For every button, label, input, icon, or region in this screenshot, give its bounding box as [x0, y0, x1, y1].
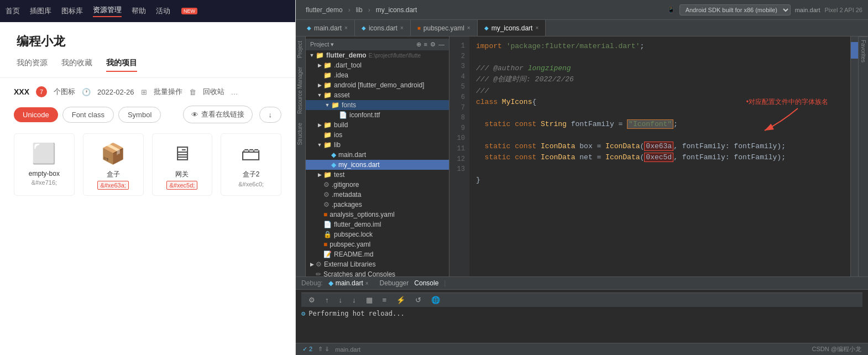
tree-ios[interactable]: 📁 ios — [306, 130, 449, 140]
tree-external-libraries[interactable]: ▶ ⚙ External Libraries — [306, 259, 449, 269]
close-tree-icon[interactable]: — — [438, 41, 445, 48]
watermark-text: CSDN @编程小龙 — [812, 345, 861, 353]
tab-icons-dart[interactable]: ◆ icons.dart × — [355, 20, 411, 36]
tree-build[interactable]: ▶ 📁 build — [306, 120, 449, 130]
tree-metadata[interactable]: ⚙ .metadata — [306, 190, 449, 200]
root-folder-icon: 📁 — [316, 51, 324, 59]
nav-resource[interactable]: 资源管理 — [93, 5, 122, 17]
btn-symbol[interactable]: Symbol — [118, 107, 161, 123]
bottom-tab-main-dart[interactable]: ◆ main.dart × — [328, 279, 369, 287]
tree-pubspec-lock[interactable]: 🔒 pubspec.lock — [306, 229, 449, 239]
bottom-tab-console[interactable]: Console — [414, 279, 438, 287]
icon-card-box2[interactable]: 🗃 盒子2 &#xe6c0; — [221, 133, 281, 196]
debug-lines-btn[interactable]: ≡ — [380, 295, 390, 305]
code-editor: •对应配置文件中的字体族名 12345678910111213 import '… — [449, 36, 850, 276]
btn-view-online[interactable]: 👁 查看在线链接 — [183, 106, 253, 123]
android-label: android [flutter_demo_android] — [334, 81, 424, 89]
idea-icon: 📁 — [323, 71, 332, 79]
tree-gitignore[interactable]: ⚙ .gitignore — [306, 180, 449, 190]
collapse-icon[interactable]: ≡ — [424, 41, 427, 48]
tree-iconfont[interactable]: 📄 iconfont.ttf — [306, 110, 449, 120]
user-section: 编程小龙 我的资源 我的收藏 我的项目 — [0, 22, 295, 78]
debug-up-btn[interactable]: ↑ — [322, 295, 332, 305]
breadcrumb-sep-2: › — [368, 6, 370, 14]
toolbar-batch[interactable]: 批量操作 — [154, 87, 182, 97]
settings-icon[interactable]: ⚙ — [430, 41, 436, 48]
nav-illustration[interactable]: 插图库 — [30, 6, 51, 16]
ide-bottom-toolbar: ⚙ ↑ ↓ ↓ ▦ ≡ ⚡ ↺ 🌐 — [301, 293, 862, 307]
btn-download[interactable]: ↓ — [259, 107, 282, 123]
annotation-arrow — [759, 106, 803, 139]
close-debug-tab[interactable]: × — [365, 280, 369, 286]
code-content[interactable]: import 'package:flutter/material.dart'; … — [469, 36, 850, 276]
packages-icon: ⚙ — [323, 201, 330, 208]
debug-down2-btn[interactable]: ↓ — [349, 295, 359, 305]
tab-my-favorites[interactable]: 我的收藏 — [61, 58, 92, 72]
toolbar-trash-icon: 🗑 — [189, 88, 196, 96]
nav-help[interactable]: 帮助 — [132, 6, 146, 16]
dart-tool-label: .dart_tool — [334, 61, 362, 69]
toolbar-more: … — [231, 88, 238, 96]
close-icons-tab[interactable]: × — [400, 25, 404, 31]
tree-iml[interactable]: 📄 flutter_demo.iml — [306, 220, 449, 229]
tree-lib[interactable]: ▼ 📁 lib — [306, 140, 449, 150]
tab-pubspec-yaml[interactable]: ■ pubspec.yaml × — [411, 20, 478, 36]
side-tab-structure[interactable]: Structure — [296, 118, 305, 150]
device-selector[interactable]: Android SDK built for x86 (mobile) — [679, 4, 791, 15]
tree-analysis[interactable]: ■ analysis_options.yaml — [306, 210, 449, 220]
tab-main-dart[interactable]: ◆ main.dart × — [300, 20, 355, 36]
tree-android[interactable]: ▶ 📁 android [flutter_demo_android] — [306, 80, 449, 90]
add-icon[interactable]: ⊕ — [416, 41, 421, 48]
asset-label: asset — [334, 91, 350, 99]
tree-test[interactable]: ▶ 📁 test — [306, 170, 449, 180]
icon-card-box[interactable]: 📦 盒子 &#xe63a; — [83, 133, 144, 196]
debug-gear-btn[interactable]: ⚙ — [306, 295, 318, 305]
debug-grid-btn[interactable]: ▦ — [363, 295, 375, 305]
root-arrow: ▼ — [308, 53, 316, 58]
breadcrumb-file: my_icons.dart — [376, 6, 417, 14]
debug-lightning-btn[interactable]: ⚡ — [394, 295, 408, 305]
tree-main-dart[interactable]: ◆ main.dart — [306, 150, 449, 160]
analysis-icon: ■ — [323, 211, 327, 218]
icon-card-empty-box[interactable]: ⬜ empty-box &#xe716; — [14, 133, 75, 196]
tree-scratches[interactable]: ✏ Scratches and Consoles — [306, 269, 449, 276]
tree-readme[interactable]: 📝 README.md — [306, 249, 449, 259]
btn-unicode[interactable]: Unicode — [14, 107, 58, 122]
ide-body: Project Resource Manager Structure Proje… — [296, 36, 868, 276]
code-area[interactable]: 12345678910111213 import 'package:flutte… — [449, 36, 850, 276]
tree-idea[interactable]: 📁 .idea — [306, 70, 449, 80]
btn-font-class[interactable]: Font class — [62, 107, 114, 123]
close-pubspec-tab[interactable]: × — [467, 25, 470, 31]
tree-fonts[interactable]: ▼ 📁 fonts — [306, 100, 449, 110]
tree-packages[interactable]: ⚙ .packages — [306, 200, 449, 210]
bottom-tab-debugger[interactable]: Debugger — [380, 279, 409, 287]
debug-reload-btn[interactable]: ↺ — [412, 295, 424, 305]
close-myicons-tab[interactable]: × — [535, 25, 538, 31]
tree-my-icons-dart[interactable]: ◆ my_icons.dart — [306, 160, 449, 170]
idea-label: .idea — [334, 71, 348, 79]
my-icons-dart-icon: ◆ — [331, 161, 336, 169]
tree-dart-tool[interactable]: ▶ 📁 .dart_tool — [306, 60, 449, 70]
tab-my-projects[interactable]: 我的项目 — [106, 58, 137, 72]
nav-home[interactable]: 首页 — [6, 6, 20, 16]
dart-icon-myicons: ◆ — [484, 25, 489, 31]
icon-card-gateway[interactable]: 🖥 网关 &#xec5d; — [152, 133, 213, 196]
tree-pubspec-yaml[interactable]: ■ pubspec.yaml — [306, 239, 449, 249]
nav-activity[interactable]: 活动 — [156, 6, 170, 16]
close-main-tab[interactable]: × — [344, 25, 348, 31]
tab-my-resources[interactable]: 我的资源 — [17, 58, 48, 72]
readme-icon: 📝 — [323, 250, 332, 258]
user-name: 编程小龙 — [17, 33, 279, 50]
debug-globe-btn[interactable]: 🌐 — [428, 295, 443, 305]
toolbar-batch-icon: ⊞ — [141, 88, 147, 96]
yaml-icon-tab: ■ — [417, 25, 421, 31]
side-tab-project-label[interactable]: Project — [296, 36, 305, 62]
tree-root[interactable]: ▼ 📁 flutter_demo E:\project\flutter\flut… — [306, 50, 449, 60]
nav-icon-lib[interactable]: 图标库 — [61, 6, 83, 16]
tree-asset[interactable]: ▼ 📁 asset — [306, 90, 449, 100]
toolbar-recycle[interactable]: 回收站 — [203, 87, 224, 97]
debug-down-btn[interactable]: ↓ — [336, 295, 346, 305]
tab-my-icons-dart[interactable]: ◆ my_icons.dart × — [478, 20, 546, 36]
side-tab-resource-manager[interactable]: Resource Manager — [296, 62, 305, 118]
favorites-tab[interactable]: Favorites — [859, 36, 867, 65]
